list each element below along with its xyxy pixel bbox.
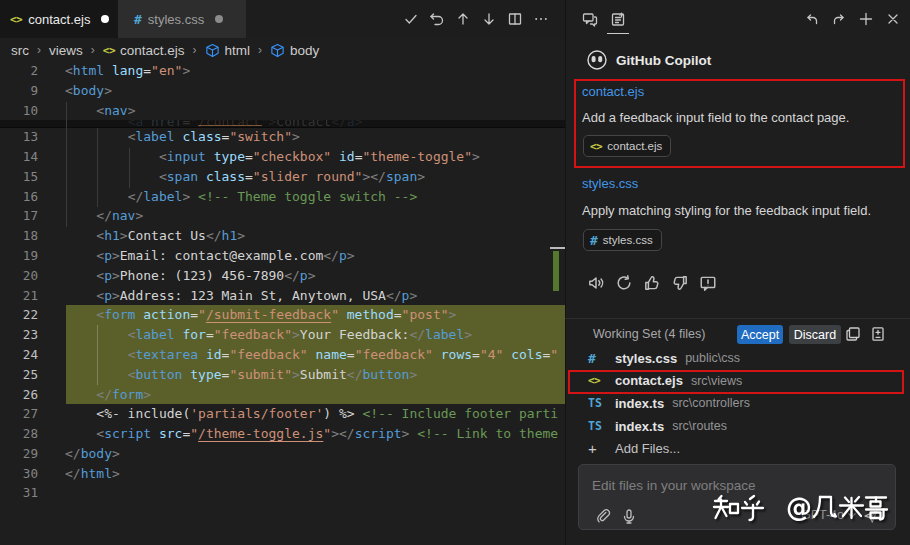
add-files-button[interactable]: +Add Files...	[565, 437, 910, 460]
file-path: src\routes	[672, 419, 727, 433]
ejs-file-icon: <>	[588, 374, 600, 387]
css-file-icon: #	[590, 233, 598, 248]
attach-icon[interactable]	[595, 508, 611, 525]
breadcrumb-separator: ›	[37, 43, 41, 57]
code-line-20[interactable]: 20 <p>Phone: (123) 456-7890</p>	[0, 266, 565, 286]
code-line-14[interactable]: 14 <input type="checkbox" id="theme-togg…	[0, 147, 565, 167]
working-set-file-index-ts[interactable]: TSindex.tssrc\controllers	[565, 392, 910, 415]
copilot-edits-panel: GitHub Copilot contact.ejsAdd a feedback…	[565, 0, 910, 545]
code-line-2[interactable]: 2<html lang="en">	[0, 61, 565, 81]
copilot-header: GitHub Copilot	[586, 49, 711, 71]
code-line-26[interactable]: 26 </form>	[0, 385, 565, 405]
thumbs-up-icon[interactable]	[643, 274, 661, 292]
css-file-icon: #	[134, 12, 142, 27]
indent-guide	[129, 148, 130, 188]
close-icon[interactable]	[885, 11, 901, 27]
report-icon[interactable]	[699, 274, 717, 292]
redo-icon[interactable]	[831, 11, 847, 27]
check-icon[interactable]	[403, 11, 419, 27]
working-set-file-index-ts[interactable]: TSindex.tssrc\routes	[565, 415, 910, 438]
modified-dot-icon[interactable]	[215, 15, 223, 23]
retry-icon[interactable]	[615, 274, 633, 292]
mic-icon[interactable]	[621, 508, 637, 525]
chat-input-actions	[595, 508, 637, 525]
code-line-25[interactable]: 25 <button type="submit">Submit</button>	[0, 365, 565, 385]
working-set-file-styles-css[interactable]: #styles.csspublic\css	[565, 347, 910, 370]
overview-cursor-mark	[550, 247, 566, 249]
plus-icon: +	[588, 440, 608, 457]
breadcrumb-separator: ›	[91, 43, 95, 57]
context-chip-contact-ejs[interactable]: <>contact.ejs	[583, 135, 671, 157]
indent-guide	[97, 128, 98, 207]
code-line-24[interactable]: 24 <textarea id="feedback" name="feedbac…	[0, 345, 565, 365]
working-set-file-contact-ejs[interactable]: <>contact.ejssrc\views	[565, 370, 910, 393]
discard-icon[interactable]	[429, 11, 445, 27]
copilot-title: GitHub Copilot	[616, 53, 711, 68]
code-line-28[interactable]: 28 <script src="/theme-toggle.js"></scri…	[0, 424, 565, 444]
chat-icon[interactable]	[582, 11, 598, 27]
code-editor[interactable]: 2<html lang="en">9<body>10 <nav> <a href…	[0, 61, 565, 545]
request-file-link[interactable]: styles.css	[582, 176, 638, 191]
read-aloud-icon[interactable]	[587, 274, 605, 292]
ejs-file-icon: <>	[10, 13, 22, 26]
request-prompt: Apply matching styling for the feedback …	[582, 203, 871, 218]
working-set-files: #styles.csspublic\css<>contact.ejssrc\vi…	[565, 347, 910, 460]
request-file-link[interactable]: contact.ejs	[582, 84, 644, 99]
breadcrumb-item-views[interactable]: views	[49, 43, 83, 58]
breadcrumb-separator: ›	[193, 43, 197, 57]
breadcrumb-item-contact-ejs[interactable]: <>contact.ejs	[103, 43, 185, 58]
tab-contact-ejs[interactable]: <> contact.ejs	[0, 0, 118, 38]
breadcrumb-item-body[interactable]: body	[270, 43, 319, 58]
ejs-file-icon: <>	[590, 140, 602, 153]
new-session-icon[interactable]	[858, 11, 874, 27]
thumbs-down-icon[interactable]	[671, 274, 689, 292]
code-line-9[interactable]: 9<body>	[0, 81, 565, 101]
code-line-29[interactable]: 29</body>	[0, 444, 565, 464]
symbol-cube-icon	[270, 43, 285, 58]
panel-actions	[804, 0, 901, 38]
code-line-19[interactable]: 19 <p>Email: contact@example.com</p>	[0, 246, 565, 266]
working-set-actions	[845, 326, 886, 342]
ts-file-icon: TS	[588, 419, 602, 433]
arrow-up-icon[interactable]	[455, 11, 471, 27]
tab-styles-css[interactable]: # styles.css	[118, 0, 246, 38]
arrow-down-icon[interactable]	[481, 11, 497, 27]
code-line-27[interactable]: 27 <%- include('partials/footer') %> <!-…	[0, 404, 565, 424]
copilot-edits-icon[interactable]	[610, 11, 626, 27]
breadcrumb-separator: ›	[258, 43, 262, 57]
more-actions-icon[interactable]	[533, 11, 549, 27]
watermark: @	[712, 489, 892, 527]
file-path: public\css	[685, 351, 740, 365]
request-prompt: Add a feedback input field to the contac…	[582, 110, 849, 125]
vscode-window: <> contact.ejs # styles.css src›views›<>…	[0, 0, 910, 545]
accept-button[interactable]: Accept	[737, 325, 783, 344]
breadcrumb-item-src[interactable]: src	[11, 43, 29, 58]
save-all-icon[interactable]	[845, 326, 861, 342]
code-line-10[interactable]: 10 <nav>	[0, 101, 565, 121]
code-line-18[interactable]: 18 <h1>Contact Us</h1>	[0, 226, 565, 246]
context-chip-styles-css[interactable]: #styles.css	[583, 229, 662, 251]
code-line-16[interactable]: 16 </label> <!-- Theme toggle switch -->	[0, 187, 565, 207]
code-line-22[interactable]: 22 <form action="/submit-feedback" metho…	[0, 305, 565, 325]
code-line-31[interactable]: 31	[0, 483, 565, 503]
panel-view-switcher	[582, 0, 626, 38]
svg-text:@: @	[786, 492, 812, 522]
breadcrumb: src›views›<>contact.ejs›html›body	[0, 38, 576, 62]
code-line-21[interactable]: 21 <p>Address: 123 Main St, Anytown, USA…	[0, 286, 565, 306]
code-line-15[interactable]: 15 <span class="slider round"></span>	[0, 167, 565, 187]
breadcrumb-item-html[interactable]: html	[205, 43, 251, 58]
modified-dot-icon[interactable]	[101, 15, 109, 23]
code-line-17[interactable]: 17 </nav>	[0, 206, 565, 226]
file-name: index.ts	[615, 396, 664, 411]
split-editor-icon[interactable]	[507, 11, 523, 27]
code-line-30[interactable]: 30</html>	[0, 464, 565, 484]
discard-button[interactable]: Discard	[789, 325, 841, 344]
editor-toolbar	[403, 0, 549, 38]
code-line-13[interactable]: 13 <label class="switch">	[0, 127, 565, 147]
obscured-code-band: <a href="/contact">Contact</a>	[0, 120, 565, 127]
view-diff-icon[interactable]	[870, 326, 886, 342]
ts-file-icon: TS	[588, 396, 602, 410]
file-path: src\controllers	[672, 396, 750, 410]
code-line-23[interactable]: 23 <label for="feedback">Your Feedback:<…	[0, 325, 565, 345]
undo-icon[interactable]	[804, 11, 820, 27]
